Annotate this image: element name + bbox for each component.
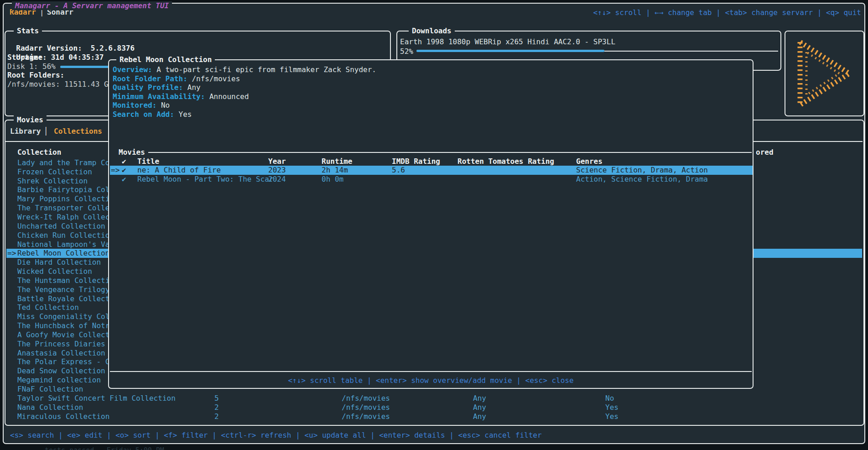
collection-name: Taylor Swift Concert Film Collection xyxy=(17,394,176,403)
download-progress-bar-fill xyxy=(416,50,604,52)
monitored-value: Yes xyxy=(605,403,619,412)
monitored-value: No xyxy=(161,101,170,110)
selected-collection-name: Rebel Moon Collection xyxy=(17,249,109,257)
root-folder: /nfs/movies xyxy=(342,412,390,421)
overview-label: Overview: xyxy=(113,65,152,74)
movie-runtime: 2h 14m xyxy=(322,166,348,174)
list-item[interactable]: Miss Congeniality Col xyxy=(17,312,109,321)
list-item[interactable]: Die Hard Collection xyxy=(17,258,101,267)
collection-details-modal: Rebel Moon Collection Overview: A two-pa… xyxy=(108,59,754,389)
check-column-header: ✔ xyxy=(122,157,126,166)
terminal-status-line: tests passed Friday 5:00 PM xyxy=(45,446,164,450)
root-folder: /nfs/movies xyxy=(342,394,390,403)
movie-year: 2023 xyxy=(268,166,286,174)
tab-library[interactable]: Library xyxy=(10,127,41,136)
uptime-value: 31d 04:35:37 xyxy=(51,53,104,62)
rotten-tomatoes-column-header: Rotten Tomatoes Rating xyxy=(457,157,554,166)
search-on-add-value: Yes xyxy=(179,110,192,119)
app-title: Managarr - A Servarr management TUI xyxy=(12,1,172,10)
monitored-check-icon: ✔ xyxy=(122,175,126,183)
list-item[interactable]: Wreck-It Ralph Collec xyxy=(17,213,109,222)
list-item[interactable]: Barbie Fairytopia Col xyxy=(17,185,109,194)
overview-value: A two-part sci-fi epic from filmmaker Za… xyxy=(156,65,376,74)
disk-usage-label: Disk 1: 56% xyxy=(7,62,56,71)
list-item[interactable]: The Princess Diaries xyxy=(17,340,105,349)
modal-footer-separator xyxy=(110,371,752,372)
list-item[interactable]: Anastasia Collection xyxy=(17,349,105,358)
bottom-help-keybindings: <s> search | <e> edit | <o> sort | <f> f… xyxy=(10,431,542,440)
modal-movies-section-line xyxy=(148,152,752,153)
list-item[interactable]: National Lampoon's Va xyxy=(17,240,109,249)
collection-name: Nana Collection xyxy=(17,403,83,412)
monitored-value: No xyxy=(605,394,614,403)
table-row[interactable]: Miraculous Collection 2 /nfs/movies Any … xyxy=(6,412,863,421)
list-item[interactable]: Mary Poppins Collecti xyxy=(17,194,109,204)
movie-imdb-rating: 5.6 xyxy=(392,166,405,174)
managarr-logo-icon xyxy=(795,38,854,109)
list-item[interactable]: Lady and the Tramp Co xyxy=(17,158,109,167)
downloads-panel-title: Downloads xyxy=(409,26,455,35)
search-on-add-label: Search on Add: xyxy=(113,110,174,119)
monitored-label: Monitored: xyxy=(113,101,156,110)
top-help-keybindings: <↑↓> scroll | ←→ change tab | <tab> chan… xyxy=(593,8,861,17)
monitored-column-header-fragment: ored xyxy=(756,148,774,157)
storage-label: Storage: xyxy=(7,53,42,62)
quality-profile: Any xyxy=(473,394,486,403)
quality-profile-value: Any xyxy=(187,83,201,92)
selection-marker: => xyxy=(111,166,120,174)
modal-movies-section-title: Movies xyxy=(119,148,145,157)
list-item[interactable]: Megamind collection xyxy=(17,376,101,385)
title-column-header: Title xyxy=(137,157,159,166)
list-item[interactable]: Ted Collection xyxy=(17,303,79,312)
list-item[interactable]: The Vengeance Trilogy xyxy=(17,285,109,294)
list-item[interactable]: The Transporter Colle xyxy=(17,204,109,213)
list-item[interactable]: Battle Royale Collect xyxy=(17,294,109,303)
download-item-title[interactable]: Earth 1998 1080p WEBRip x265 Hindi AAC2.… xyxy=(400,37,615,46)
list-item[interactable]: A Goofy Movie Collect xyxy=(17,330,109,340)
root-folders-label: Root Folders: xyxy=(7,71,64,79)
movie-runtime: 0h 0m xyxy=(322,175,343,183)
root-folder-path-label: Root Folder Path: xyxy=(113,74,187,83)
movie-year: 2024 xyxy=(268,175,286,183)
movie-genres: Action, Science Fiction, Drama xyxy=(576,175,708,183)
list-item[interactable]: The Hunchback of Notr xyxy=(17,321,109,330)
movie-count: 2 xyxy=(214,403,219,412)
collection-column-header: Collection xyxy=(17,148,61,157)
table-row[interactable]: Taylor Swift Concert Film Collection 5 /… xyxy=(6,394,863,403)
list-item[interactable]: Shrek Collection xyxy=(17,177,88,186)
table-row[interactable]: Nana Collection 2 /nfs/movies Any Yes xyxy=(6,403,863,412)
list-item[interactable]: Frozen Collection xyxy=(17,167,92,177)
movie-genres: Science Fiction, Drama, Action xyxy=(576,166,708,174)
list-item[interactable]: The Polar Express - C xyxy=(17,357,109,366)
movie-row[interactable]: ✔ Rebel Moon - Part Two: The Scar 2024 0… xyxy=(110,175,753,184)
root-folder-path-value: /nfs/movies xyxy=(192,74,240,83)
list-item[interactable]: Dead Snow Collection xyxy=(17,366,105,376)
root-folder-value: /nfs/movies: 11511.43 GB xyxy=(7,80,113,89)
movies-panel-title: Movies xyxy=(14,115,47,124)
quality-profile: Any xyxy=(473,412,486,421)
monitored-check-icon: ✔ xyxy=(122,166,126,174)
minimum-availability-value: Announced xyxy=(209,92,249,101)
collection-name: Miraculous Collection xyxy=(17,412,109,421)
movie-title: ne: A Child of Fire xyxy=(137,166,221,174)
list-item[interactable]: Chicken Run Collectio xyxy=(17,231,109,240)
modal-title: Rebel Moon Collection xyxy=(116,55,215,64)
minimum-availability-label: Minimum Availability: xyxy=(113,92,205,101)
year-column-header: Year xyxy=(268,157,286,166)
list-item[interactable]: The Huntsman Collecti xyxy=(17,276,109,285)
runtime-column-header: Runtime xyxy=(322,157,352,166)
root-folder: /nfs/movies xyxy=(342,403,390,412)
list-item[interactable]: FNaF Collection xyxy=(17,385,83,394)
stats-panel-title: Stats xyxy=(14,26,42,35)
genres-column-header: Genres xyxy=(576,157,603,166)
quality-profile-label: Quality Profile: xyxy=(113,83,183,92)
movie-count: 5 xyxy=(214,394,219,403)
monitored-value: Yes xyxy=(605,412,619,421)
list-item[interactable]: Wicked Collection xyxy=(17,267,92,276)
download-percent-label: 52% xyxy=(400,47,413,56)
movie-row-selected[interactable]: => ✔ ne: A Child of Fire 2023 2h 14m 5.6… xyxy=(110,166,753,175)
movie-count: 2 xyxy=(214,412,219,421)
list-item[interactable]: Uncharted Collection xyxy=(17,222,105,231)
quality-profile: Any xyxy=(473,403,486,412)
tab-collections[interactable]: Collections xyxy=(54,127,102,136)
